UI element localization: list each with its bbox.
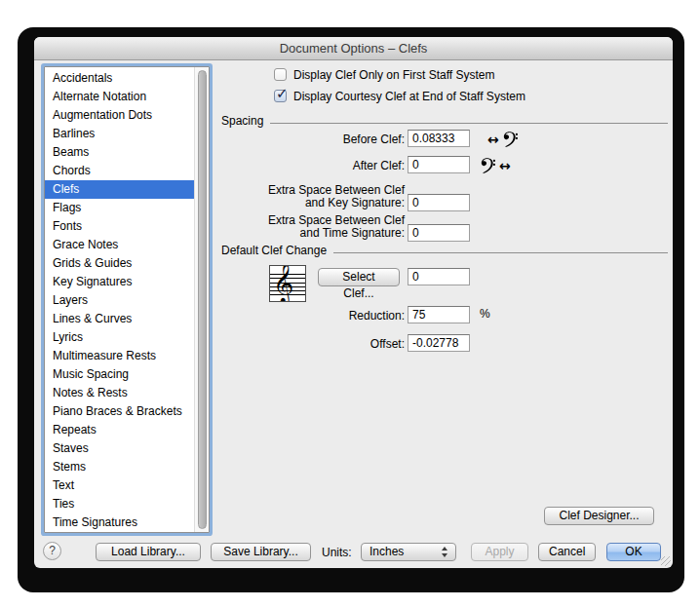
- cancel-button[interactable]: Cancel: [538, 543, 596, 561]
- units-popup-value: Inches: [369, 545, 404, 558]
- bass-clef-icon: [481, 157, 495, 174]
- list-item[interactable]: Time Signatures: [45, 513, 209, 532]
- left-right-arrow-icon: ↔: [487, 132, 499, 147]
- units-popup[interactable]: Inches: [361, 543, 456, 561]
- list-item[interactable]: Piano Braces & Brackets: [45, 402, 209, 421]
- list-item[interactable]: Repeats: [45, 421, 209, 439]
- spacing-section-header: Spacing: [221, 114, 668, 128]
- treble-clef-icon: 𝄞: [273, 265, 293, 302]
- apply-button[interactable]: Apply: [471, 543, 528, 561]
- save-library-button[interactable]: Save Library...: [211, 543, 311, 561]
- ok-button[interactable]: OK: [606, 543, 661, 561]
- list-item[interactable]: Text: [45, 476, 209, 495]
- clef-preview: 𝄞: [269, 265, 306, 302]
- list-item[interactable]: Music Spacing: [45, 365, 209, 384]
- reduction-input[interactable]: [408, 306, 470, 323]
- list-item[interactable]: Layers: [45, 291, 209, 310]
- section-divider: [270, 123, 668, 124]
- titlebar[interactable]: Document Options – Clefs: [34, 37, 673, 60]
- checkmark-icon: ✓: [276, 85, 289, 102]
- extra-space-key-signature-input[interactable]: [408, 194, 470, 211]
- window-title: Document Options – Clefs: [280, 41, 428, 56]
- before-clef-input[interactable]: [408, 130, 470, 147]
- checkbox-label: Display Courtesy Clef at End of Staff Sy…: [293, 90, 525, 103]
- before-clef-spacing-illustration: ↔: [487, 131, 518, 148]
- screen: Document Options – Clefs AccidentalsAlte…: [0, 0, 700, 608]
- up-down-arrows-icon: [442, 546, 448, 558]
- section-divider: [333, 252, 668, 253]
- offset-input[interactable]: [408, 334, 470, 352]
- list-item[interactable]: Accidentals: [45, 69, 209, 88]
- units-label: Units:: [322, 546, 352, 559]
- checkbox-display-clef-only-first[interactable]: [274, 68, 287, 81]
- spacing-header-label: Spacing: [221, 114, 263, 128]
- select-clef-button[interactable]: Select Clef...: [318, 268, 400, 286]
- list-item[interactable]: Stems: [45, 458, 209, 476]
- after-clef-label: After Clef:: [180, 160, 405, 171]
- default-clef-change-section-header: Default Clef Change: [221, 244, 668, 257]
- list-item[interactable]: Key Signatures: [45, 273, 209, 291]
- clef-designer-button[interactable]: Clef Designer...: [544, 507, 654, 525]
- list-item[interactable]: Augmentation Dots: [45, 106, 209, 125]
- list-item[interactable]: Grids & Guides: [45, 254, 209, 273]
- before-clef-label: Before Clef:: [180, 133, 405, 145]
- checkbox-display-courtesy-clef[interactable]: ✓: [274, 90, 287, 102]
- after-clef-input[interactable]: [408, 156, 470, 173]
- extra-space-time-signature-label: Extra Space Between Clef and Time Signat…: [180, 214, 405, 239]
- offset-label: Offset:: [180, 338, 405, 350]
- left-right-arrow-icon: ↔: [499, 158, 511, 173]
- extra-space-key-signature-label: Extra Space Between Clef and Key Signatu…: [180, 184, 405, 209]
- help-button[interactable]: ?: [43, 542, 61, 560]
- list-item[interactable]: Staves: [45, 439, 209, 458]
- extra-space-time-signature-input[interactable]: [408, 224, 470, 242]
- bass-clef-icon: [503, 131, 518, 148]
- list-item[interactable]: Ties: [45, 495, 209, 513]
- default-clef-change-header-label: Default Clef Change: [221, 244, 327, 257]
- document-options-dialog: Document Options – Clefs AccidentalsAlte…: [34, 37, 673, 568]
- clef-number-input[interactable]: [408, 268, 470, 285]
- resize-grip[interactable]: [661, 556, 671, 566]
- after-clef-spacing-illustration: ↔: [481, 157, 511, 174]
- list-item[interactable]: Notes & Rests: [45, 384, 209, 402]
- list-item[interactable]: Alternate Notation: [45, 88, 209, 106]
- reduction-label: Reduction:: [180, 310, 405, 322]
- checkbox-label: Display Clef Only on First Staff System: [293, 68, 495, 82]
- load-library-button[interactable]: Load Library...: [96, 543, 201, 561]
- percent-label: %: [480, 307, 490, 321]
